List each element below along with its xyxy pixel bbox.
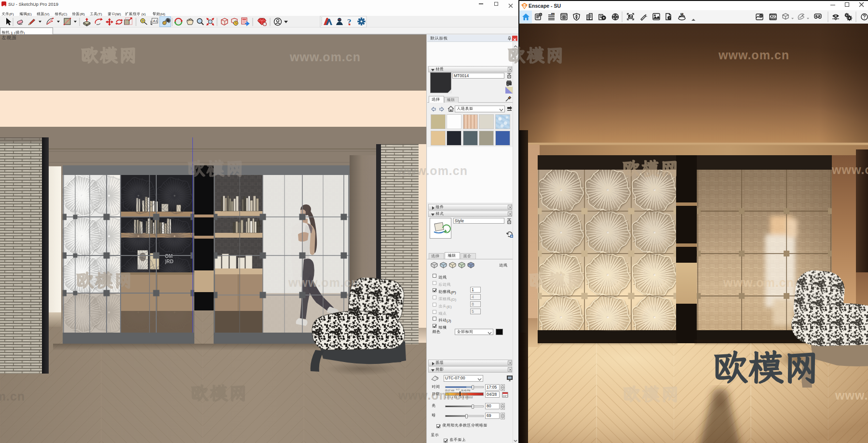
svg-text:A1: A1 <box>153 19 158 23</box>
svg-text:BIM: BIM <box>552 13 555 15</box>
svg-text:360: 360 <box>680 13 683 15</box>
